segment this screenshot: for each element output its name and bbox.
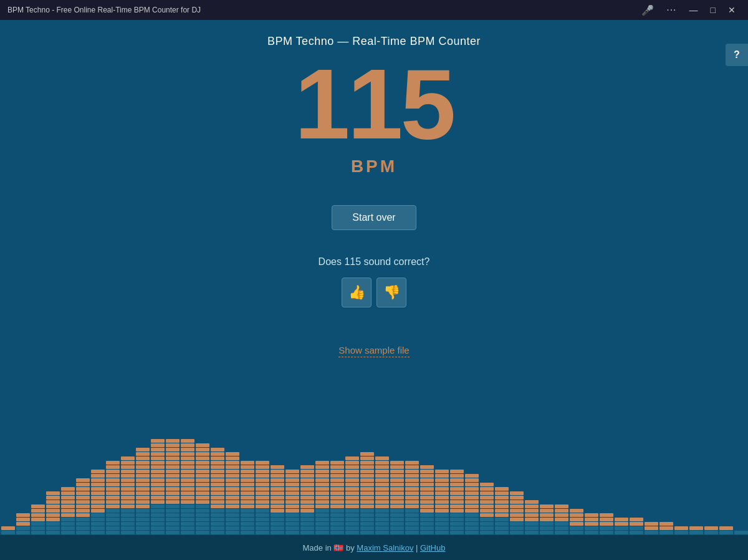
svg-rect-377 [360,531,374,534]
svg-rect-492 [450,474,464,478]
svg-rect-417 [390,518,404,521]
close-button[interactable]: ✕ [723,2,741,17]
mic-button[interactable]: 🎤 [636,2,659,19]
svg-rect-396 [375,531,389,534]
svg-rect-582 [615,518,628,521]
svg-rect-353 [330,483,344,486]
svg-rect-388 [360,483,374,486]
svg-rect-256 [241,478,254,482]
svg-rect-276 [256,465,269,469]
svg-rect-413 [375,456,389,460]
svg-rect-532 [510,526,524,530]
svg-rect-522 [495,522,509,526]
svg-rect-302 [285,496,299,500]
svg-rect-306 [285,478,299,482]
more-button[interactable]: ··· [661,2,681,18]
svg-rect-58 [91,487,105,491]
author-link[interactable]: Maxim Salnikov [357,543,413,553]
svg-rect-350 [330,496,344,500]
svg-rect-504 [465,487,479,491]
thumbs-down-button[interactable]: 👎 [376,278,406,307]
svg-rect-333 [315,496,329,500]
svg-rect-216 [211,483,224,486]
svg-rect-41 [76,504,90,508]
svg-rect-359 [345,531,359,534]
svg-rect-136 [151,452,165,456]
svg-rect-281 [271,518,284,521]
svg-rect-280 [271,522,284,526]
svg-rect-338 [315,474,329,478]
show-sample-button[interactable]: Show sample file [338,345,409,357]
minimize-button[interactable]: — [684,2,703,17]
start-over-button[interactable]: Start over [332,205,416,230]
svg-rect-515 [480,500,494,504]
svg-rect-446 [405,465,419,469]
svg-rect-83 [121,518,135,521]
svg-rect-580 [615,526,628,530]
svg-rect-254 [241,487,254,491]
svg-rect-425 [390,483,404,486]
svg-rect-178 [181,461,194,465]
svg-rect-378 [360,526,374,530]
svg-rect-40 [76,509,90,513]
svg-rect-233 [226,496,239,500]
svg-rect-75 [106,478,120,482]
svg-rect-482 [450,518,464,521]
svg-rect-155 [166,465,180,469]
thumbs-up-button[interactable]: 👍 [342,278,372,307]
svg-rect-274 [256,474,269,478]
svg-rect-466 [435,522,449,526]
svg-rect-140 [166,531,180,534]
svg-rect-79 [106,461,120,465]
svg-rect-77 [106,470,120,473]
svg-rect-236 [226,483,239,486]
help-button[interactable]: ? [726,44,748,66]
svg-rect-599 [719,531,733,534]
svg-rect-72 [106,491,120,495]
svg-rect-76 [106,474,120,478]
svg-rect-464 [435,531,449,534]
maximize-button[interactable]: □ [706,2,721,17]
svg-rect-267 [256,504,269,508]
svg-rect-564 [570,526,583,530]
svg-rect-328 [315,518,329,521]
svg-rect-428 [390,470,404,473]
svg-rect-468 [435,513,449,517]
svg-rect-348 [330,504,344,508]
svg-rect-479 [450,531,464,534]
svg-rect-166 [181,513,194,517]
svg-rect-398 [375,522,389,526]
svg-rect-424 [390,487,404,491]
svg-rect-271 [256,487,269,491]
svg-rect-115 [136,456,150,460]
svg-rect-391 [360,470,374,473]
svg-rect-66 [106,518,120,521]
svg-rect-304 [285,487,299,491]
svg-rect-139 [151,439,165,443]
svg-rect-285 [271,500,284,504]
svg-rect-284 [271,504,284,508]
svg-rect-97 [121,456,135,460]
svg-rect-118 [151,531,165,534]
svg-rect-119 [151,526,165,530]
svg-rect-190 [196,504,209,508]
svg-rect-457 [420,491,434,495]
svg-rect-415 [390,526,404,530]
svg-rect-120 [151,522,165,526]
svg-rect-330 [315,509,329,513]
svg-rect-145 [166,509,180,513]
svg-rect-481 [450,522,464,526]
svg-rect-158 [166,452,180,456]
footer-text-before: Made in 🇳🇴 by [303,543,357,553]
svg-rect-485 [450,504,464,508]
svg-rect-238 [226,474,239,478]
svg-rect-100 [136,522,150,526]
svg-rect-303 [285,491,299,495]
svg-rect-61 [91,474,105,478]
github-link[interactable]: GitHub [420,543,445,553]
svg-rect-552 [540,518,554,521]
svg-rect-514 [480,504,494,508]
svg-rect-84 [121,513,135,517]
svg-rect-586 [630,518,643,521]
svg-rect-250 [241,504,254,508]
